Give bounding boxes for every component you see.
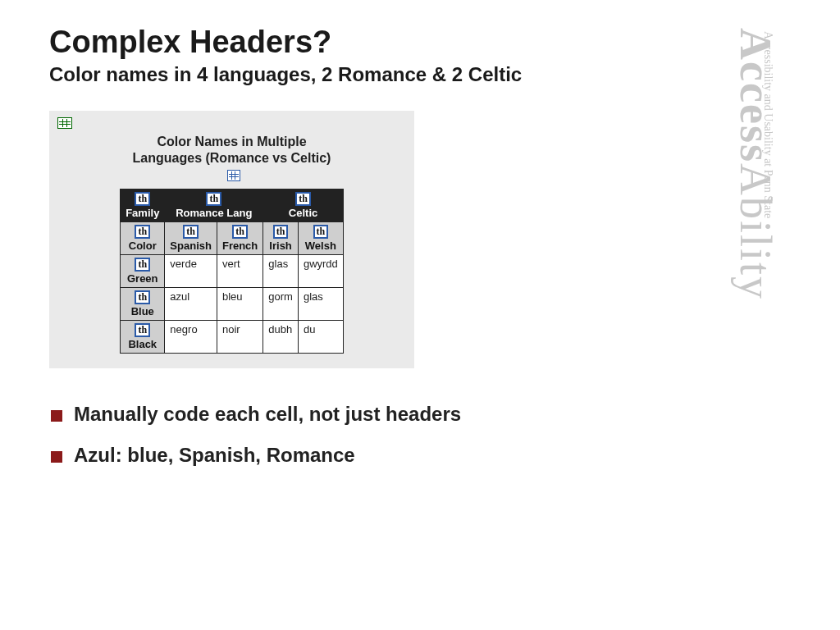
- table-panel: Color Names in Multiple Languages (Roman…: [49, 111, 414, 368]
- col-header-irish: thIrish: [263, 222, 299, 255]
- cell: negro: [165, 321, 217, 354]
- th-badge-icon: th: [135, 258, 150, 272]
- spreadsheet-icon: [227, 170, 240, 181]
- brand-sidebar: Accessibility and Usability at Penn Stat…: [733, 0, 840, 630]
- cell: vert: [217, 255, 262, 288]
- th-badge-icon: th: [206, 192, 221, 206]
- th-badge-icon: th: [295, 192, 311, 206]
- group-header-romance: thRomance Lang: [165, 189, 263, 222]
- cell: dubh: [263, 321, 299, 354]
- col-header-spanish: thSpanish: [165, 222, 217, 255]
- cell: glas: [298, 288, 343, 321]
- slide-title: Complex Headers?: [49, 25, 791, 60]
- th-badge-icon: th: [135, 323, 150, 337]
- brand-tagline: Accessibility and Usability at Penn Stat…: [761, 31, 774, 218]
- cell: glas: [263, 255, 299, 288]
- table-caption: Color Names in Multiple Languages (Roman…: [62, 134, 401, 185]
- th-badge-icon: th: [135, 225, 150, 239]
- th-badge-icon: th: [313, 225, 329, 239]
- bullet-list: Manually code each cell, not just header…: [49, 403, 791, 467]
- row-header: thBlack: [121, 321, 165, 354]
- caption-line-2: Languages (Romance vs Celtic): [133, 151, 331, 165]
- col-header-color: thColor: [121, 222, 165, 255]
- bullet-item: Manually code each cell, not just header…: [51, 403, 791, 426]
- color-table: thFamily thRomance Lang thCeltic thColor…: [120, 189, 344, 354]
- cell: verde: [165, 255, 217, 288]
- th-badge-icon: th: [183, 225, 199, 239]
- group-header-family: thFamily: [121, 189, 165, 222]
- col-header-welsh: thWelsh: [298, 222, 343, 255]
- group-header-celtic: thCeltic: [263, 189, 344, 222]
- table-row: thGreen verde vert glas gwyrdd: [121, 255, 344, 288]
- cell: bleu: [217, 288, 262, 321]
- table-row: thBlack negro noir dubh du: [121, 321, 344, 354]
- th-badge-icon: th: [135, 192, 150, 206]
- th-badge-icon: th: [273, 225, 289, 239]
- slide-subtitle: Color names in 4 languages, 2 Romance & …: [49, 63, 791, 86]
- caption-line-1: Color Names in Multiple: [157, 135, 306, 148]
- cell: azul: [165, 288, 217, 321]
- bullet-item: Azul: blue, Spanish, Romance: [51, 444, 791, 467]
- row-header: thGreen: [121, 255, 165, 288]
- cell: gwyrdd: [298, 255, 343, 288]
- col-header-french: thFrench: [217, 222, 262, 255]
- table-row: thBlue azul bleu gorm glas: [121, 288, 344, 321]
- cell: gorm: [263, 288, 299, 321]
- th-badge-icon: th: [232, 225, 248, 239]
- cell: noir: [217, 321, 262, 354]
- spreadsheet-icon: [57, 117, 72, 129]
- row-header: thBlue: [121, 288, 165, 321]
- th-badge-icon: th: [135, 290, 150, 304]
- cell: du: [298, 321, 343, 354]
